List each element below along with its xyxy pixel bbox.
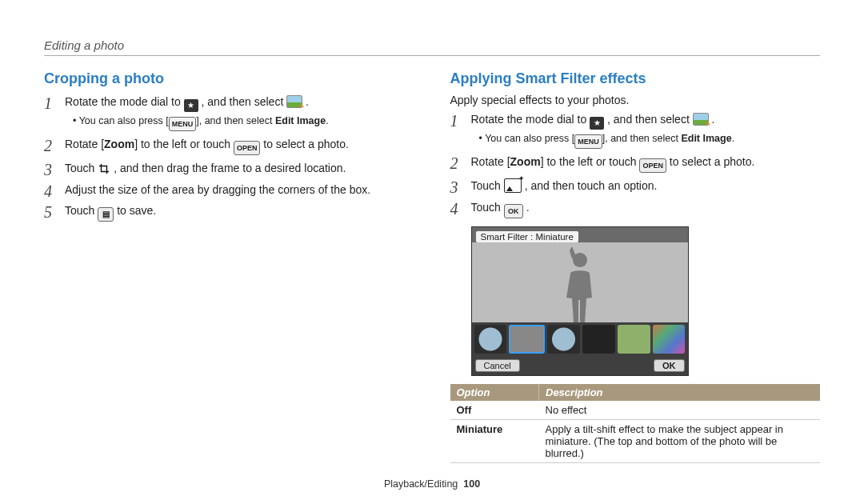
- cancel-button[interactable]: Cancel: [475, 359, 520, 372]
- thumb-effect-6[interactable]: [653, 325, 686, 354]
- manual-page: Editing a photo Cropping a photo Rotate …: [0, 0, 864, 504]
- text: ] to the left or touch: [541, 155, 640, 168]
- breadcrumb: Editing a photo: [44, 38, 820, 52]
- text: Rotate the mode dial to: [471, 113, 590, 126]
- sf-step-1-sub: You can also press [MENU], and then sele…: [471, 131, 821, 149]
- list-item: You can also press [MENU], and then sele…: [479, 131, 821, 149]
- two-columns: Cropping a photo Rotate the mode dial to…: [44, 70, 820, 463]
- table-row: Miniature Apply a tilt-shift effect to m…: [450, 419, 821, 462]
- text: Touch: [471, 201, 504, 214]
- page-number: 100: [463, 478, 480, 490]
- text: Rotate [: [471, 155, 510, 168]
- screen-preview: [472, 242, 688, 322]
- intro-text: Apply special effects to your photos.: [450, 94, 821, 106]
- step-text: .: [306, 95, 309, 108]
- text: You can also press [: [485, 133, 574, 144]
- crop-step-3: Touch , and then drag the frame to a des…: [44, 160, 414, 176]
- text: Touch: [471, 179, 504, 192]
- ok-button[interactable]: OK: [654, 359, 685, 372]
- opt-name: Off: [450, 401, 539, 420]
- thumb-effect-3[interactable]: [547, 325, 580, 354]
- camera-screen-mock: Smart Filter : Miniature Cancel OK: [471, 226, 689, 376]
- crop-step-2: Rotate [Zoom] to the left or touch OPEN …: [44, 136, 414, 155]
- thumb-effect-5[interactable]: [618, 325, 650, 354]
- text: .: [732, 133, 734, 144]
- opt-desc: No effect: [539, 401, 821, 420]
- text: to save.: [117, 204, 156, 217]
- text: Rotate [: [65, 138, 104, 150]
- text: , and then drag the frame to a desired l…: [114, 162, 346, 174]
- thumb-effect-4[interactable]: [582, 325, 615, 354]
- left-column: Cropping a photo Rotate the mode dial to…: [44, 70, 414, 463]
- sf-step-1: Rotate the mode dial to , and then selec…: [450, 111, 821, 149]
- open-button-icon: OPEN: [234, 141, 261, 155]
- silhouette-icon: [552, 246, 608, 322]
- section-title-cropping: Cropping a photo: [44, 70, 414, 87]
- crop-step-4: Adjust the size of the area by dragging …: [44, 182, 414, 198]
- text: .: [712, 113, 715, 126]
- ok-button-icon: OK: [504, 204, 523, 218]
- header-divider: [44, 55, 820, 56]
- mode-dial-star-icon: [590, 117, 604, 130]
- steps-cropping: Rotate the mode dial to , and then selec…: [44, 94, 414, 222]
- text: .: [326, 115, 328, 126]
- th-option: Option: [450, 384, 539, 401]
- thumb-fisheye[interactable]: [474, 325, 507, 354]
- thumbnail-strip: [472, 322, 688, 356]
- crop-step-1-sub: You can also press [MENU], and then sele…: [65, 114, 414, 131]
- text: .: [526, 201, 530, 214]
- text: , and then touch an option.: [525, 179, 658, 192]
- open-button-icon: OPEN: [639, 158, 666, 173]
- sf-step-2: Rotate [Zoom] to the left or touch OPEN …: [450, 154, 821, 173]
- text: Touch: [65, 162, 98, 174]
- text: to select a photo.: [670, 155, 755, 168]
- section-title-smartfilter: Applying Smart Filter effects: [450, 70, 821, 87]
- mode-dial-star-icon: [184, 99, 198, 112]
- th-description: Description: [539, 384, 821, 401]
- text: , and then select: [607, 113, 693, 126]
- text: Adjust the size of the area by dragging …: [65, 183, 370, 196]
- footer-section: Playback/Editing: [384, 478, 458, 490]
- edit-image-icon: [286, 95, 302, 108]
- effects-icon: [504, 178, 522, 193]
- save-button-icon: [98, 207, 114, 222]
- opt-desc: Apply a tilt-shift effect to make the su…: [539, 419, 821, 462]
- crop-step-1: Rotate the mode dial to , and then selec…: [44, 94, 414, 131]
- screen-title: Smart Filter : Miniature: [476, 231, 578, 242]
- page-footer: Playback/Editing 100: [0, 478, 864, 490]
- screen-button-bar: Cancel OK: [472, 356, 688, 375]
- zoom-label: Zoom: [104, 138, 134, 150]
- menu-button-icon: MENU: [169, 117, 197, 131]
- edit-image-icon: [693, 113, 709, 126]
- step-text: Rotate the mode dial to: [65, 95, 184, 108]
- edit-image-label: Edit Image: [275, 115, 326, 126]
- options-table: Option Description Off No effect Miniatu…: [450, 384, 821, 463]
- menu-button-icon: MENU: [574, 134, 602, 149]
- zoom-label: Zoom: [510, 155, 541, 168]
- text: You can also press [: [79, 115, 169, 126]
- steps-smartfilter: Rotate the mode dial to , and then selec…: [450, 111, 821, 218]
- step-text: , and then select: [202, 95, 287, 108]
- opt-name: Miniature: [450, 419, 539, 462]
- list-item: You can also press [MENU], and then sele…: [73, 114, 414, 131]
- text: Touch: [65, 204, 98, 217]
- right-column: Applying Smart Filter effects Apply spec…: [450, 70, 821, 463]
- text: ], and then select: [196, 115, 275, 126]
- text: to select a photo.: [263, 138, 349, 150]
- crop-step-5: Touch to save.: [44, 202, 414, 222]
- sf-step-3: Touch , and then touch an option.: [450, 178, 821, 194]
- thumb-miniature[interactable]: [509, 325, 545, 354]
- edit-image-label: Edit Image: [681, 133, 731, 144]
- text: ] to the left or touch: [134, 138, 234, 150]
- crop-icon: [98, 162, 110, 175]
- table-row: Off No effect: [450, 401, 821, 420]
- sf-step-4: Touch OK .: [450, 199, 821, 218]
- text: ], and then select: [602, 133, 682, 144]
